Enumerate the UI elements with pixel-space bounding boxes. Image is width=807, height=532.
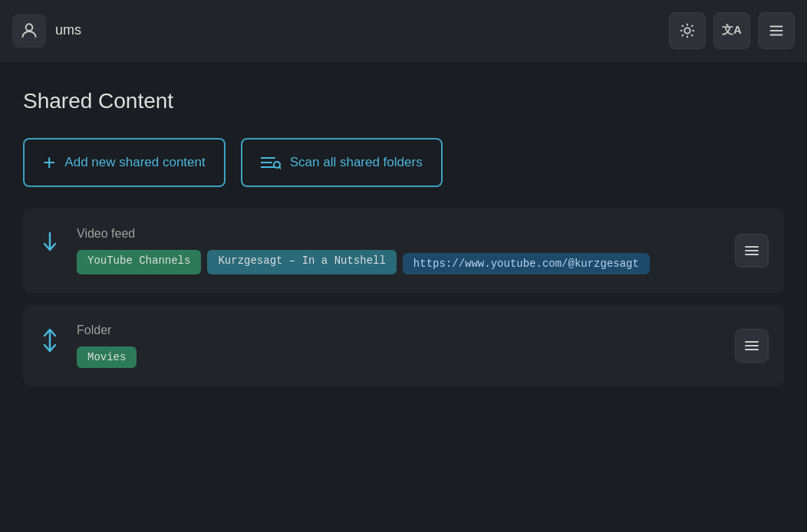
avatar-icon (12, 14, 46, 48)
add-button-label: Add new shared content (64, 155, 205, 170)
youtube-channels-tag: YouTube Channels (77, 250, 201, 274)
card-tags: YouTube Channels Kurzgesagt – In a Nutsh… (77, 250, 720, 274)
svg-line-8 (682, 34, 683, 36)
svg-line-9 (691, 25, 693, 26)
folder-type-label: Folder (77, 323, 720, 337)
video-feed-menu-button[interactable] (735, 234, 769, 268)
youtube-url-tag: https://www.youtube.com/@kurzgesagt (403, 253, 650, 274)
movies-tag: Movies (77, 346, 137, 368)
folder-menu-button[interactable] (735, 329, 769, 363)
username-label: ums (55, 22, 81, 38)
theme-toggle-button[interactable] (669, 12, 706, 49)
scan-shared-folders-button[interactable]: Scan all shared folders (241, 138, 443, 187)
add-shared-content-button[interactable]: + Add new shared content (23, 138, 226, 187)
translate-button[interactable]: 文A (713, 12, 750, 49)
svg-point-1 (684, 28, 690, 33)
scan-icon (261, 154, 281, 171)
folder-card-content: Folder Movies (77, 323, 720, 368)
content-card-folder: Folder Movies (23, 305, 784, 386)
content-card-video-feed: Video feed YouTube Channels Kurzgesagt –… (23, 209, 784, 293)
hamburger-icon (744, 340, 759, 352)
hamburger-menu-button[interactable] (758, 12, 795, 49)
folder-card-tags: Movies (77, 346, 720, 368)
page-title: Shared Content (23, 89, 784, 113)
video-feed-card-content: Video feed YouTube Channels Kurzgesagt –… (77, 227, 720, 274)
hamburger-icon (768, 22, 785, 39)
action-buttons: + Add new shared content Scan all shared… (23, 138, 784, 187)
svg-line-6 (682, 25, 683, 26)
hamburger-icon (744, 245, 759, 257)
scan-button-label: Scan all shared folders (290, 155, 423, 170)
updown-arrow-icon (38, 323, 61, 353)
card-type-label: Video feed (77, 227, 720, 241)
main-content: Shared Content + Add new shared content … (0, 61, 807, 426)
sun-icon (679, 22, 696, 39)
header-actions: 文A (669, 12, 795, 49)
svg-line-17 (279, 167, 281, 169)
svg-line-7 (691, 34, 693, 36)
kurzgesagt-tag: Kurzgesagt – In a Nutshell (207, 250, 396, 274)
header-left: ums (12, 14, 81, 48)
svg-point-0 (26, 24, 33, 31)
download-arrow-icon (38, 227, 61, 255)
header: ums 文A (0, 0, 807, 61)
translate-icon: 文A (722, 23, 742, 38)
plus-icon: + (43, 152, 55, 173)
